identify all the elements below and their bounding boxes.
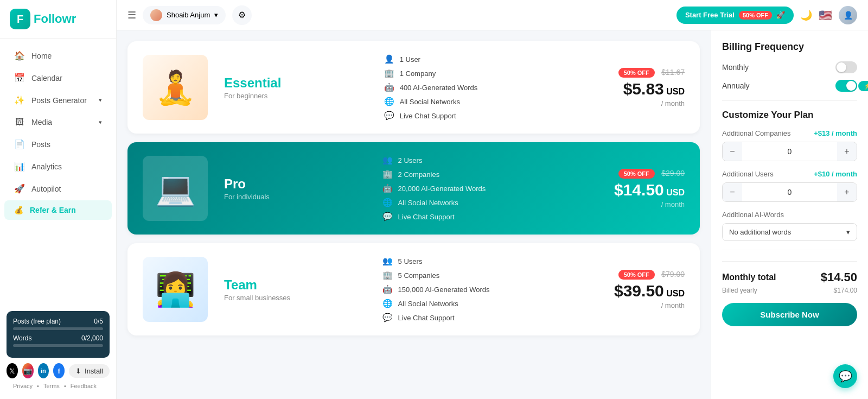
plan-card-team: 👩‍💻 Team For small businesses 👥 5 Users … <box>127 243 700 335</box>
addon-header: Additional Companies +$13 / month <box>722 129 857 137</box>
feature-item: 🤖 20,000 AI-Generated Words <box>382 183 603 193</box>
dark-mode-toggle[interactable]: 🌙 <box>800 9 812 21</box>
feature-text: 2 Users <box>398 156 423 164</box>
ai-words-value: No additional words <box>729 228 791 236</box>
sidebar-item-analytics[interactable]: 📊 Analytics <box>4 156 112 177</box>
feature-item: 🏢 5 Companies <box>382 270 603 280</box>
feature-text: All Social Networks <box>400 98 460 106</box>
plan-card-pro: 💻 Pro For individuals 👥 2 Users 🏢 2 Comp… <box>127 142 700 235</box>
addon-users-price: +$10 / month <box>814 170 857 178</box>
essential-plan-subtitle: For beginners <box>224 92 373 100</box>
right-panel: Billing Frequency Monthly Annualy ⚡ Save… <box>711 30 868 399</box>
x-social-btn[interactable]: 𝕏 <box>7 363 18 378</box>
addon-header: Additional AI-Words <box>722 211 857 219</box>
users-decrement-button[interactable]: − <box>723 183 742 201</box>
feature-item: 🏢 2 Companies <box>382 169 603 179</box>
posts-label: Posts (free plan) <box>13 318 61 325</box>
trial-badge: 50% OFF <box>739 11 772 20</box>
user-pill[interactable]: Shoaib Anjum ▾ <box>143 6 226 24</box>
feature-text: All Social Networks <box>398 300 458 308</box>
sidebar-item-home[interactable]: 🏠 Home <box>4 45 112 66</box>
download-icon: ⬇ <box>75 367 81 375</box>
terms-link[interactable]: Terms <box>43 383 60 389</box>
plans-area: 🧘 Essential For beginners 👤 1 User 🏢 1 C… <box>117 30 868 399</box>
feature-item: 🏢 1 Company <box>384 68 608 78</box>
trial-label: Start Free Trial <box>685 11 735 19</box>
ai-words-dropdown[interactable]: No additional words ▾ <box>722 223 857 241</box>
refer-label: Refer & Earn <box>30 206 76 214</box>
feedback-link[interactable]: Feedback <box>71 383 97 389</box>
logo-icon: F <box>10 9 30 29</box>
linkedin-social-btn[interactable]: in <box>38 363 49 378</box>
sidebar-nav: 🏠 Home 📅 Calendar ✨ Posts Generator ▾ 🖼 … <box>0 39 116 306</box>
feature-text: 5 Users <box>398 257 423 265</box>
words-count: 0/2,000 <box>81 334 103 342</box>
sidebar-item-posts[interactable]: 📄 Posts <box>4 134 112 155</box>
monthly-label: Monthly <box>722 63 749 72</box>
off-badge: 50% OFF <box>618 270 655 280</box>
media-icon: 🖼 <box>14 117 25 127</box>
facebook-social-btn[interactable]: f <box>53 363 65 378</box>
feature-text: Live Chat Support <box>398 213 455 221</box>
user-avatar[interactable]: 👤 <box>839 6 857 24</box>
sidebar-item-refer[interactable]: 💰 Refer & Earn <box>4 200 112 220</box>
words-bar-bg <box>13 344 103 347</box>
feature-item: 👥 2 Users <box>382 155 603 165</box>
team-features: 👥 5 Users 🏢 5 Companies 🤖 150,000 AI-Gen… <box>382 256 603 322</box>
sidebar-item-calendar[interactable]: 📅 Calendar <box>4 67 112 88</box>
essential-illustration: 🧘 <box>143 55 213 120</box>
main-content: ☰ Shoaib Anjum ▾ ⚙ Start Free Trial 50% … <box>117 0 868 399</box>
per-month: / month <box>618 99 685 107</box>
companies-value: 0 <box>742 144 837 159</box>
team-info: Team For small businesses <box>224 277 372 302</box>
current-price: $14.50 <box>614 181 664 199</box>
pro-info: Pro For individuals <box>224 176 372 201</box>
network-icon: 🌐 <box>382 198 393 207</box>
divider <box>722 250 857 250</box>
off-badge: 50% OFF <box>618 68 655 78</box>
instagram-social-btn[interactable]: 📷 <box>22 363 34 378</box>
feature-item: 🌐 All Social Networks <box>382 198 603 207</box>
annualy-toggle[interactable]: ⚡ Save 35% <box>835 80 857 92</box>
company-icon: 🏢 <box>382 270 393 280</box>
users-icon: 👥 <box>382 256 393 266</box>
sidebar-item-label: Analytics <box>31 162 62 171</box>
chat-button[interactable]: 💬 <box>833 364 857 388</box>
team-image: 👩‍💻 <box>143 257 208 322</box>
user-dropdown-icon: ▾ <box>214 11 218 19</box>
companies-increment-button[interactable]: + <box>837 142 857 161</box>
addon-ai-words: Additional AI-Words No additional words … <box>722 211 857 241</box>
settings-button[interactable]: ⚙ <box>232 5 252 25</box>
essential-plan-name: Essential <box>224 75 373 91</box>
language-flag[interactable]: 🇺🇸 <box>819 9 832 22</box>
autopilot-icon: 🚀 <box>14 183 25 194</box>
trial-button[interactable]: Start Free Trial 50% OFF 🚀 <box>676 7 794 24</box>
users-increment-button[interactable]: + <box>837 183 857 201</box>
sidebar-item-autopilot[interactable]: 🚀 Autopilot <box>4 178 112 199</box>
monthly-toggle[interactable] <box>835 61 857 73</box>
subscribe-button[interactable]: Subscribe Now <box>722 303 857 326</box>
companies-decrement-button[interactable]: − <box>723 142 742 161</box>
companies-stepper: − 0 + <box>722 142 857 161</box>
user-name: Shoaib Anjum <box>167 11 210 19</box>
install-button[interactable]: ⬇ Install <box>69 364 110 378</box>
essential-pricing: 50% OFF $11.67 $5.83 USD / month <box>618 67 685 107</box>
logo-letter: F <box>17 13 23 26</box>
hamburger-menu[interactable]: ☰ <box>127 9 136 21</box>
posts-usage-row: Posts (free plan) 0/5 <box>13 318 103 325</box>
sidebar-item-posts-generator[interactable]: ✨ Posts Generator ▾ <box>4 90 112 111</box>
privacy-link[interactable]: Privacy <box>13 383 33 389</box>
addon-companies-price: +$13 / month <box>814 129 857 137</box>
feature-item: 💬 Live Chat Support <box>382 212 603 221</box>
feature-text: All Social Networks <box>398 199 458 207</box>
network-icon: 🌐 <box>384 97 394 106</box>
footer-links: Privacy • Terms • Feedback <box>7 378 110 394</box>
sidebar-item-media[interactable]: 🖼 Media ▾ <box>4 112 112 132</box>
users-icon: 👥 <box>382 155 393 165</box>
install-label: Install <box>85 367 103 375</box>
user-icon: 👤 <box>384 54 394 64</box>
plan-card-essential: 🧘 Essential For beginners 👤 1 User 🏢 1 C… <box>127 41 700 134</box>
essential-price-main: $5.83 USD <box>618 80 685 98</box>
ai-icon: 🤖 <box>382 284 393 294</box>
rocket-icon: 🚀 <box>776 11 785 19</box>
